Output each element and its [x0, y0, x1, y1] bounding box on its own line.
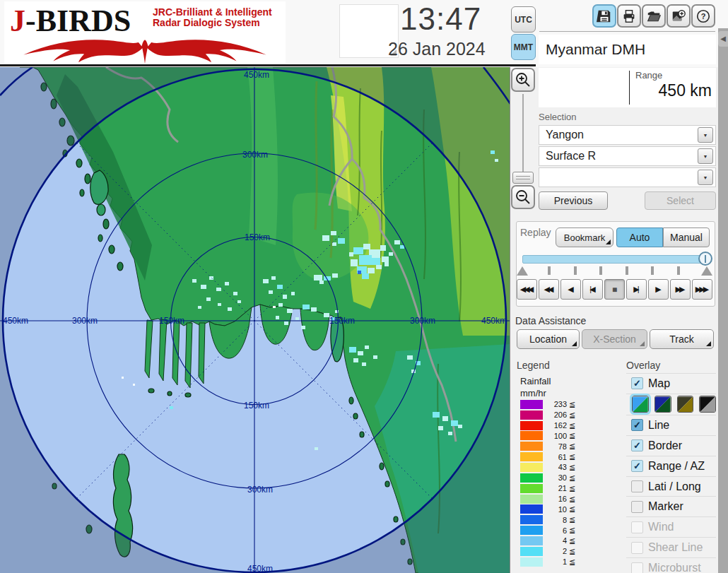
slider-tick — [677, 266, 680, 275]
panel-divider — [539, 31, 715, 32]
slider-end-marker[interactable] — [701, 266, 712, 276]
legend-row: 233≦ — [520, 399, 581, 410]
rewind-fast-button[interactable]: ◀◀◀ — [517, 279, 537, 300]
help-button[interactable]: ? — [691, 4, 715, 28]
step-back-button[interactable]: |◀ — [582, 279, 603, 300]
legend-row: 4≦ — [520, 536, 581, 546]
forward-button[interactable]: ▶▶ — [670, 279, 691, 300]
forward-fast-button[interactable]: ▶▶▶ — [692, 279, 712, 300]
overlay-item-range-az[interactable]: ✓Range / AZ — [626, 456, 716, 477]
stop-button[interactable]: ■ — [604, 279, 625, 300]
chevron-down-icon[interactable]: ▼ — [698, 170, 713, 185]
previous-button[interactable]: Previous — [539, 191, 608, 210]
data-assistance-label: Data Assistance — [515, 315, 586, 326]
svg-text:300km: 300km — [410, 316, 435, 326]
play-reverse-button[interactable]: ◀ — [560, 279, 581, 300]
checkbox-range-az[interactable]: ✓ — [631, 460, 643, 472]
save-button[interactable] — [592, 4, 616, 28]
mmt-button[interactable]: MMT — [511, 34, 536, 60]
bookmark-button[interactable]: Bookmark — [556, 228, 613, 247]
overlay-label: Overlay — [626, 360, 660, 371]
station-name: Myanmar DMH — [539, 35, 716, 64]
overlay-item-border[interactable]: ✓Border — [626, 436, 716, 456]
rewind-button[interactable]: ◀◀ — [539, 279, 559, 300]
checkbox-marker[interactable]: ✓ — [631, 501, 643, 513]
checkbox-line[interactable]: ✓ — [631, 419, 643, 431]
replay-time-slider[interactable] — [522, 255, 709, 264]
range-value: 450 km — [626, 81, 712, 100]
svg-text:300km: 300km — [72, 316, 98, 326]
checkbox-lati-long[interactable]: ✓ — [631, 480, 643, 492]
map-edge — [510, 67, 510, 573]
corner-fold-icon — [572, 341, 577, 346]
range-label: Range — [635, 70, 662, 81]
legend-row: 206≦ — [520, 410, 581, 420]
overlay-list: ✓Map ✓Line ✓Border ✓Range / AZ ✓Lati / L… — [626, 373, 716, 573]
chevron-down-icon[interactable]: ▼ — [698, 148, 713, 164]
zoom-in-icon — [515, 71, 532, 88]
svg-text:450km: 450km — [247, 564, 273, 573]
overlay-item-map[interactable]: ✓Map — [626, 374, 716, 394]
map-style-swatch-3[interactable] — [677, 396, 694, 413]
legend-row: 21≦ — [520, 483, 581, 494]
checkbox-map[interactable]: ✓ — [631, 377, 643, 389]
option-dropdown[interactable]: ▼ — [539, 167, 716, 187]
location-button[interactable]: Location — [517, 329, 580, 349]
step-forward-button[interactable]: ▶| — [626, 279, 647, 300]
checkbox-border[interactable]: ✓ — [631, 439, 643, 451]
overlay-item-shear-line: ✓Shear Line — [626, 538, 716, 558]
add-image-button[interactable] — [667, 4, 691, 28]
print-button[interactable] — [617, 4, 641, 28]
auto-button[interactable]: Auto — [616, 228, 663, 247]
overlay-item-microburst: ✓Microburst — [626, 558, 716, 573]
svg-text:450km: 450km — [244, 70, 269, 80]
zoom-in-button[interactable] — [511, 68, 535, 92]
play-button[interactable]: ▶ — [648, 279, 669, 300]
checkbox-shear-line: ✓ — [631, 542, 643, 554]
eagle-logo-icon — [7, 35, 283, 65]
svg-text:450km: 450km — [3, 316, 28, 326]
legend-title: Rainfall — [520, 376, 551, 386]
map-style-swatch-2[interactable] — [654, 396, 671, 413]
legend-swatch — [520, 400, 543, 409]
save-icon — [597, 8, 612, 24]
utc-button[interactable]: UTC — [511, 6, 536, 33]
add-image-icon — [671, 8, 686, 24]
map-zoom-slider[interactable] — [517, 94, 529, 172]
panel-collapse-strip[interactable] — [718, 28, 728, 573]
svg-text:150km: 150km — [245, 232, 270, 242]
slider-tick — [651, 266, 654, 275]
svg-text:450km: 450km — [481, 316, 507, 326]
track-button[interactable]: Track — [650, 329, 714, 349]
zoom-out-button[interactable] — [511, 185, 535, 209]
svg-text:300km: 300km — [242, 150, 268, 160]
collapse-arrow-icon[interactable]: ◀ — [718, 31, 728, 47]
slider-start-marker[interactable] — [517, 266, 528, 276]
xsection-button[interactable]: X-Section — [582, 329, 647, 349]
corner-fold-icon — [706, 341, 711, 346]
overlay-item-lati-long[interactable]: ✓Lati / Long — [626, 477, 716, 497]
map-style-swatch-4[interactable] — [699, 396, 716, 413]
map-zoom-slider-handle[interactable] — [512, 172, 534, 184]
open-folder-button[interactable] — [642, 4, 666, 28]
select-button[interactable]: Select — [645, 191, 716, 210]
radar-map[interactable]: 450km 300km 150km 450km 300km 150km 150k… — [0, 67, 510, 573]
checkbox-wind: ✓ — [631, 521, 643, 533]
svg-text:150km: 150km — [244, 401, 269, 410]
overlay-item-marker[interactable]: ✓Marker — [626, 497, 716, 517]
product-dropdown-value: Surface R — [539, 150, 698, 163]
manual-button[interactable]: Manual — [663, 228, 710, 247]
replay-label: Replay — [520, 227, 551, 238]
product-dropdown[interactable]: Surface R ▼ — [539, 146, 716, 166]
chevron-down-icon[interactable]: ▼ — [698, 127, 713, 143]
zoom-out-icon — [515, 189, 532, 206]
map-style-swatch-1[interactable] — [632, 396, 649, 413]
legend-row: 100≦ — [520, 431, 581, 442]
app-logo: J-BIRDS JRC-Brilliant & Intelligent Rada… — [4, 1, 286, 64]
help-icon: ? — [695, 8, 711, 24]
svg-text:300km: 300km — [247, 485, 273, 495]
site-dropdown[interactable]: Yangon ▼ — [539, 125, 716, 145]
header-divider — [0, 64, 536, 66]
overlay-item-line[interactable]: ✓Line — [626, 415, 716, 436]
replay-slider-handle[interactable] — [698, 252, 712, 266]
